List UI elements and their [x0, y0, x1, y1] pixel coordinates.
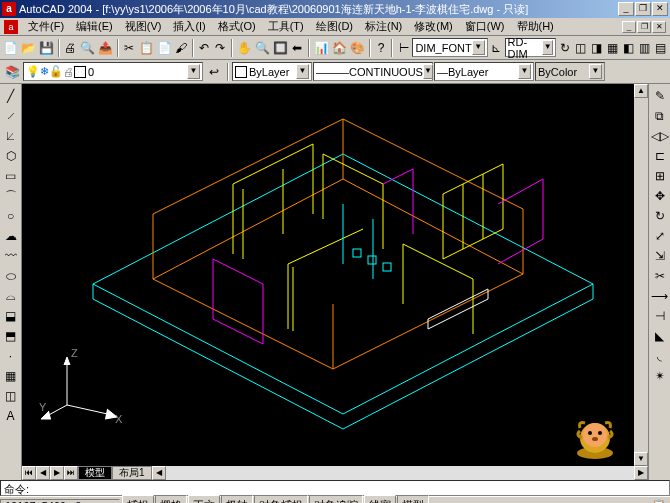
rotate-icon[interactable]: ↻	[650, 206, 670, 226]
publish-icon[interactable]: 📤	[97, 38, 114, 58]
mirror-icon[interactable]: ◁▷	[650, 126, 670, 146]
scroll-right-icon[interactable]: ▶	[634, 466, 648, 480]
tb-icon-2[interactable]: ◨	[589, 38, 604, 58]
layer-manager-icon[interactable]: 📚	[2, 62, 22, 82]
preview-icon[interactable]: 🔍	[79, 38, 96, 58]
ellipse-arc-icon[interactable]: ⌓	[1, 286, 21, 306]
lwt-toggle[interactable]: 线宽	[364, 495, 396, 503]
cut-icon[interactable]: ✂	[122, 38, 137, 58]
linetype-dropdown[interactable]: ——— CONTINUOUS▼	[313, 62, 433, 81]
scroll-up-icon[interactable]: ▲	[634, 84, 648, 98]
scroll-track[interactable]	[166, 466, 634, 480]
properties-icon[interactable]: 📊	[313, 38, 330, 58]
osnap-toggle[interactable]: 对象捕捉	[254, 495, 308, 503]
tab-prev-icon[interactable]: ◀	[36, 466, 50, 480]
mdi-restore[interactable]: ❐	[637, 21, 651, 33]
matchprop-icon[interactable]: 🖌	[174, 38, 189, 58]
dim-linear-icon[interactable]: ⊢	[396, 38, 411, 58]
scroll-down-icon[interactable]: ▼	[634, 452, 648, 466]
mdi-close[interactable]: ✕	[652, 21, 666, 33]
break-icon[interactable]: ⊣	[650, 306, 670, 326]
explode-icon[interactable]: ✴	[650, 366, 670, 386]
redo-icon[interactable]: ↷	[213, 38, 228, 58]
paste-icon[interactable]: 📄	[156, 38, 173, 58]
minimize-button[interactable]: _	[618, 2, 634, 16]
menu-insert[interactable]: 插入(I)	[167, 17, 211, 36]
line-icon[interactable]: ╱	[1, 86, 21, 106]
makeblock-icon[interactable]: ⬒	[1, 326, 21, 346]
tab-next-icon[interactable]: ▶	[50, 466, 64, 480]
tb-icon-3[interactable]: ▦	[605, 38, 620, 58]
ortho-toggle[interactable]: 正交	[188, 495, 220, 503]
otrack-toggle[interactable]: 对象追踪	[309, 495, 363, 503]
text-icon[interactable]: A	[1, 406, 21, 426]
grid-toggle[interactable]: 栅格	[155, 495, 187, 503]
offset-icon[interactable]: ⊏	[650, 146, 670, 166]
rdstyle-dropdown[interactable]: RD-DIM▼	[505, 38, 557, 57]
copy-obj-icon[interactable]: ⧉	[650, 106, 670, 126]
layer-dropdown[interactable]: 💡❄🔓🖨 0▼	[23, 62, 203, 81]
layer-prev-icon[interactable]: ↩	[204, 62, 224, 82]
undo-icon[interactable]: ↶	[197, 38, 212, 58]
polygon-icon[interactable]: ⬡	[1, 146, 21, 166]
status-coords[interactable]: 10167, 5499 , 0	[0, 499, 120, 504]
insertblock-icon[interactable]: ⬓	[1, 306, 21, 326]
drawing-canvas[interactable]	[22, 84, 648, 480]
region-icon[interactable]: ◫	[1, 386, 21, 406]
zoom-window-icon[interactable]: 🔲	[272, 38, 289, 58]
plotstyle-dropdown[interactable]: ByColor▼	[535, 62, 605, 81]
menu-window[interactable]: 窗口(W)	[459, 17, 511, 36]
chamfer-icon[interactable]: ◣	[650, 326, 670, 346]
open-icon[interactable]: 📂	[20, 38, 37, 58]
tab-last-icon[interactable]: ⏭	[64, 466, 78, 480]
doc-icon[interactable]: a	[4, 20, 18, 34]
stretch-icon[interactable]: ⇲	[650, 246, 670, 266]
dim-tool-icon[interactable]: ⊾	[489, 38, 504, 58]
menu-view[interactable]: 视图(V)	[119, 17, 168, 36]
rectangle-icon[interactable]: ▭	[1, 166, 21, 186]
maximize-button[interactable]: ❐	[635, 2, 651, 16]
model-toggle[interactable]: 模型	[397, 495, 429, 503]
dim-update-icon[interactable]: ↻	[557, 38, 572, 58]
tab-first-icon[interactable]: ⏮	[22, 466, 36, 480]
tab-model[interactable]: 模型	[78, 466, 112, 480]
pline-icon[interactable]: ⟀	[1, 126, 21, 146]
menu-file[interactable]: 文件(F)	[22, 17, 70, 36]
polar-toggle[interactable]: 极轴	[221, 495, 253, 503]
tb-icon-4[interactable]: ◧	[621, 38, 636, 58]
designcenter-icon[interactable]: 🏠	[331, 38, 348, 58]
save-icon[interactable]: 💾	[38, 38, 55, 58]
zoom-icon[interactable]: 🔍	[254, 38, 271, 58]
hatch-icon[interactable]: ▦	[1, 366, 21, 386]
status-tray-icon[interactable]: ▾ 📋	[643, 499, 666, 503]
lineweight-dropdown[interactable]: — ByLayer▼	[434, 62, 534, 81]
toolpalette-icon[interactable]: 🎨	[349, 38, 366, 58]
menu-modify[interactable]: 修改(M)	[408, 17, 459, 36]
menu-help[interactable]: 帮助(H)	[511, 17, 560, 36]
tb-icon-5[interactable]: ▥	[637, 38, 652, 58]
color-dropdown[interactable]: ByLayer▼	[232, 62, 312, 81]
command-line[interactable]: 命令:	[0, 480, 670, 496]
pan-icon[interactable]: ✋	[236, 38, 253, 58]
scale-icon[interactable]: ⤢	[650, 226, 670, 246]
tab-layout1[interactable]: 布局1	[112, 466, 152, 480]
point-icon[interactable]: ·	[1, 346, 21, 366]
circle-icon[interactable]: ○	[1, 206, 21, 226]
copy-icon[interactable]: 📋	[138, 38, 155, 58]
print-icon[interactable]: 🖨	[63, 38, 78, 58]
help-icon[interactable]: ?	[374, 38, 389, 58]
scrollbar-vertical[interactable]: ▲ ▼	[634, 84, 648, 466]
menu-edit[interactable]: 编辑(E)	[70, 17, 119, 36]
spline-icon[interactable]: 〰	[1, 246, 21, 266]
arc-icon[interactable]: ⌒	[1, 186, 21, 206]
fillet-icon[interactable]: ◟	[650, 346, 670, 366]
close-button[interactable]: ✕	[652, 2, 668, 16]
ellipse-icon[interactable]: ⬭	[1, 266, 21, 286]
move-icon[interactable]: ✥	[650, 186, 670, 206]
new-icon[interactable]: 📄	[2, 38, 19, 58]
scroll-left-icon[interactable]: ◀	[152, 466, 166, 480]
dimstyle-dropdown[interactable]: DIM_FONT▼	[412, 38, 487, 57]
menu-format[interactable]: 格式(O)	[212, 17, 262, 36]
tb-icon-1[interactable]: ◫	[573, 38, 588, 58]
mdi-minimize[interactable]: _	[622, 21, 636, 33]
